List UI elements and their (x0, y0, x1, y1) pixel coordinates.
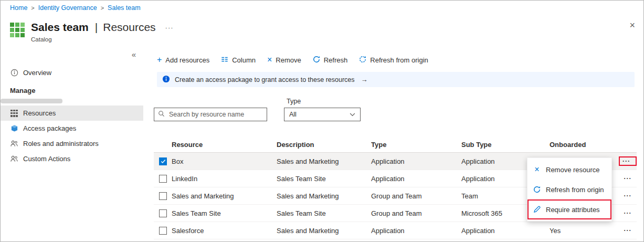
sidebar-item-roles-and-administrators[interactable]: Roles and administrators (1, 136, 143, 151)
refresh-button[interactable]: Refresh (313, 56, 348, 65)
type-filter-value: All (289, 111, 297, 118)
row-checkbox-checked[interactable] (159, 157, 167, 165)
sidebar-item-resources[interactable]: Resources (1, 106, 143, 121)
cell-resource: Box (172, 157, 277, 165)
menu-item-label: Refresh from origin (546, 186, 604, 194)
x-icon: × (267, 56, 272, 64)
package-box-icon (10, 124, 18, 133)
row-checkbox[interactable] (159, 192, 167, 200)
main-content: + Add resources Column × Remove Refresh (150, 49, 643, 241)
cell-description: Sales and Marketing (277, 227, 371, 235)
cell-resource: Sales and Marketing (172, 192, 277, 200)
sidebar: « Overview Manage Resources Access packa… (1, 49, 143, 241)
columns-icon (221, 56, 228, 65)
cell-type: Group and Team (371, 192, 461, 200)
page-title-section: Resources (103, 21, 155, 34)
sidebar-item-overview[interactable]: Overview (1, 65, 143, 80)
breadcrumb: Home > Identity Governance > Sales team (10, 4, 141, 12)
refresh-label: Refresh (324, 56, 348, 64)
row-menu-icon[interactable]: ··· (619, 209, 637, 217)
menu-item-refresh-from-origin[interactable]: Refresh from origin (527, 180, 611, 199)
menu-item-label: Remove resource (546, 166, 600, 174)
breadcrumb-sales-team[interactable]: Sales team (108, 4, 141, 12)
sidebar-item-access-packages[interactable]: Access packages (1, 121, 143, 136)
cell-onboarded: Yes (550, 227, 619, 235)
column-label: Column (232, 56, 256, 64)
row-menu-icon[interactable]: ··· (621, 157, 631, 165)
resources-grid-icon (10, 109, 18, 118)
close-blade-icon[interactable]: × (629, 20, 635, 30)
command-bar: + Add resources Column × Remove Refresh (157, 54, 428, 66)
refresh-origin-icon (359, 56, 366, 65)
add-resources-button[interactable]: + Add resources (157, 56, 209, 64)
info-banner[interactable]: Create an access package to grant access… (157, 72, 635, 87)
sidebar-item-label: Overview (23, 69, 51, 77)
sidebar-item-label: Roles and administrators (23, 140, 99, 148)
column-header-description[interactable]: Description (277, 141, 371, 149)
breadcrumb-home[interactable]: Home (10, 4, 27, 12)
cell-description: Sales Team Site (277, 175, 371, 183)
title-separator: | (95, 21, 98, 34)
page-title: Sales team (31, 21, 89, 34)
info-circle-icon (10, 68, 18, 77)
row-menu-icon[interactable]: ··· (619, 227, 637, 234)
pencil-icon (533, 206, 541, 213)
azure-portal-blade: Home > Identity Governance > Sales team … (0, 0, 644, 242)
sidebar-highlight-bar (1, 99, 62, 103)
cell-type: Application (371, 175, 461, 183)
more-actions-icon[interactable]: ··· (165, 24, 174, 31)
cell-type: Group and Team (371, 209, 461, 217)
column-button[interactable]: Column (221, 56, 256, 65)
type-filter-dropdown[interactable]: All (284, 108, 361, 121)
annotation-red-box: ··· (619, 156, 637, 166)
cell-description: Sales Team Site (277, 209, 371, 217)
row-checkbox[interactable] (159, 209, 167, 217)
arrow-right-icon: → (361, 76, 368, 83)
cell-sub-type: Application (461, 227, 550, 235)
row-checkbox[interactable] (159, 175, 167, 183)
cell-description: Sales and Marketing (277, 157, 371, 165)
add-resources-label: Add resources (165, 56, 209, 64)
column-header-type[interactable]: Type (371, 141, 461, 149)
search-box (154, 108, 267, 121)
cell-resource: Sales Team Site (172, 209, 277, 217)
sidebar-item-label: Access packages (23, 124, 76, 132)
column-header-resource[interactable]: Resource (172, 141, 277, 149)
row-checkbox[interactable] (159, 227, 167, 235)
people-icon (10, 140, 18, 148)
menu-item-require-attributes[interactable]: Require attributes (527, 199, 611, 219)
refresh-from-origin-button[interactable]: Refresh from origin (359, 56, 428, 65)
cell-resource: Salesforce (172, 227, 277, 235)
people-icon (10, 155, 18, 163)
remove-label: Remove (276, 56, 301, 64)
breadcrumb-separator: > (101, 5, 104, 11)
cell-type: Application (371, 227, 461, 235)
breadcrumb-identity-governance[interactable]: Identity Governance (38, 4, 97, 12)
row-menu-icon[interactable]: ··· (619, 192, 637, 199)
table-row[interactable]: Salesforce Sales and Marketing Applicati… (154, 222, 637, 239)
column-header-onboarded[interactable]: Onboarded (550, 141, 619, 149)
chevron-down-icon (350, 111, 355, 118)
search-icon (158, 110, 165, 119)
column-header-sub-type[interactable]: Sub Type (461, 141, 550, 149)
sidebar-item-custom-actions[interactable]: Custom Actions (1, 151, 143, 166)
page-title-row: Sales team | Resources ··· (31, 19, 174, 35)
sidebar-item-label: Custom Actions (23, 155, 70, 163)
row-context-menu: × Remove resource Refresh from origin Re… (527, 157, 612, 222)
sidebar-section-manage: Manage (1, 83, 143, 97)
catalog-grid-icon (10, 23, 25, 37)
menu-item-remove-resource[interactable]: × Remove resource (527, 160, 611, 180)
table-header-row: Resource Description Type Sub Type Onboa… (154, 137, 637, 153)
remove-button[interactable]: × Remove (267, 56, 301, 64)
refresh-icon (313, 56, 320, 65)
search-input[interactable] (168, 110, 263, 119)
menu-item-label: Require attributes (546, 206, 600, 214)
type-filter-label: Type (287, 98, 301, 105)
sidebar-collapse-icon[interactable]: « (132, 50, 136, 59)
x-icon: × (533, 165, 541, 174)
breadcrumb-separator: > (31, 5, 34, 11)
row-menu-icon[interactable]: ··· (619, 175, 637, 182)
sidebar-item-label: Resources (23, 109, 56, 117)
refresh-icon (533, 186, 541, 193)
cell-description: Sales and Marketing (277, 192, 371, 200)
